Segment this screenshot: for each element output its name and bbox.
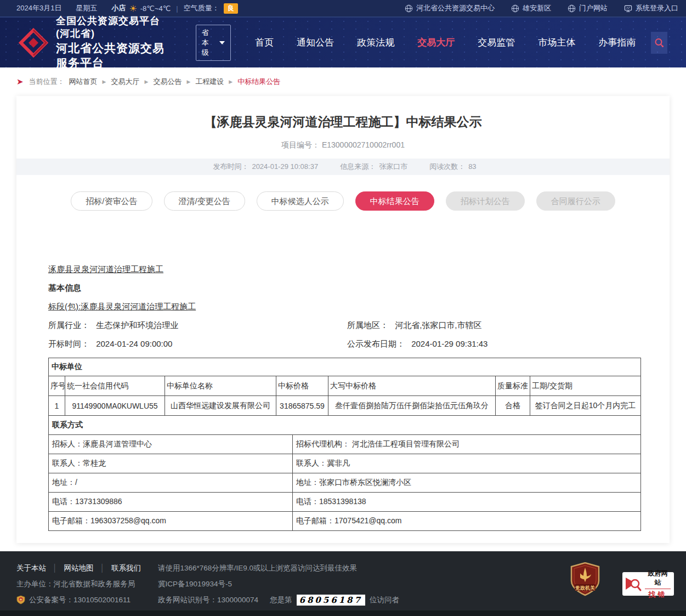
breadcrumb-item-trading-hall[interactable]: 交易大厅 bbox=[111, 77, 140, 87]
article-body: 涿鹿县灵泉河河道治理工程施工 基本信息 标段(包):涿鹿县灵泉河河道治理工程施工… bbox=[48, 264, 638, 531]
footer-links: 关于本站 │ 网站地图 │ 联系我们 bbox=[16, 563, 158, 573]
industry-region-row: 所属行业： 生态保护和环境治理业 所属地区： 河北省,张家口市,市辖区 bbox=[48, 320, 638, 330]
cell-duration: 签订合同之日起10个月内完工 bbox=[530, 396, 641, 416]
breadcrumb-separator-icon: ▶ bbox=[145, 79, 149, 84]
table-row: 联系人：常桂龙 联系人：冀非凡 bbox=[49, 454, 641, 473]
tab-candidate-publicity[interactable]: 中标候选人公示 bbox=[257, 191, 344, 211]
air-quality-badge: 良 bbox=[224, 3, 238, 14]
col-header-price-words: 大写中标价格 bbox=[328, 376, 496, 396]
region-selector-dropdown[interactable]: 省本级 bbox=[196, 25, 231, 61]
chevron-down-icon bbox=[219, 41, 225, 44]
tab-clarification-notice[interactable]: 澄清/变更公告 bbox=[164, 191, 245, 211]
article-meta-bar: 发布时间：2024-01-29 10:08:37 信息来源：张家口市 阅读次数：… bbox=[16, 159, 670, 175]
site-logo-icon bbox=[19, 28, 48, 58]
breadcrumb-separator-icon: ▶ bbox=[229, 79, 233, 84]
topbar-links: 河北省公共资源交易中心 雄安新区 门户网站 系统登录入口 bbox=[405, 3, 678, 13]
cell-price-words: 叁仟壹佰捌拾陆万伍仟捌佰柒拾伍元伍角玖分 bbox=[328, 396, 496, 416]
divider: │ bbox=[53, 564, 57, 572]
award-section-title: 中标单位 bbox=[49, 358, 641, 376]
nav-supervision[interactable]: 交易监管 bbox=[478, 36, 515, 49]
monitor-icon bbox=[624, 4, 632, 13]
breadcrumb-item-current: 中标结果公告 bbox=[237, 77, 280, 87]
cell-quality: 合格 bbox=[496, 396, 530, 416]
link-trade-center[interactable]: 河北省公共资源交易中心 bbox=[405, 3, 495, 13]
tab-bid-review-notice[interactable]: 招标/资审公告 bbox=[71, 191, 152, 211]
cell-contact-right: 联系人：冀非凡 bbox=[293, 454, 641, 473]
breadcrumb-separator-icon: ▶ bbox=[186, 79, 190, 84]
nav-policies[interactable]: 政策法规 bbox=[357, 36, 394, 49]
icp-number: 冀ICP备19019934号-5 bbox=[158, 579, 232, 589]
article-card: 【涿鹿县灵泉河河道治理工程施工】中标结果公示 项目编号： E1300000271… bbox=[16, 96, 670, 543]
col-header-quality: 质量标准 bbox=[496, 376, 530, 396]
link-xiongan[interactable]: 雄安新区 bbox=[511, 3, 551, 13]
cell-seq: 1 bbox=[49, 396, 65, 416]
cell-credit-code: 91149900MA0KUWLU55 bbox=[65, 396, 165, 416]
search-icon bbox=[654, 37, 665, 48]
tab-contract-performance: 合同履行公示 bbox=[536, 191, 615, 211]
cell-winner-name: 山西华恒远建设发展有限公司 bbox=[165, 396, 276, 416]
city-name: 小店 bbox=[111, 3, 126, 13]
nav-notices[interactable]: 通知公告 bbox=[297, 36, 334, 49]
browser-notice: 请使用1366*768分辨率/IE9.0或以上浏览器访问达到最佳效果 bbox=[158, 563, 357, 573]
cell-phone-left: 电话：13731309886 bbox=[49, 493, 293, 512]
footer-link-contact[interactable]: 联系我们 bbox=[111, 563, 141, 573]
tab-award-result-notice[interactable]: 中标结果公告 bbox=[355, 191, 434, 211]
main-navigation: 首页 通知公告 政策法规 交易大厅 交易监管 市场主体 办事指南 bbox=[255, 36, 636, 49]
breadcrumb-item-engineering[interactable]: 工程建设 bbox=[195, 77, 224, 87]
link-system-login[interactable]: 系统登录入口 bbox=[624, 3, 678, 13]
nav-market-entities[interactable]: 市场主体 bbox=[538, 36, 575, 49]
breadcrumb: ➤ 当前位置： 网站首页 ▶ 交易大厅 ▶ 交易公告 ▶ 工程建设 ▶ 中标结果… bbox=[0, 67, 686, 96]
nav-trading-hall[interactable]: 交易大厅 bbox=[417, 36, 455, 49]
cell-price: 31865875.59 bbox=[276, 396, 328, 416]
current-date: 2024年3月1日 bbox=[16, 3, 61, 13]
industry-field: 所属行业： 生态保护和环境治理业 bbox=[48, 320, 347, 330]
air-quality-label: 空气质量： bbox=[184, 3, 219, 13]
footer-link-sitemap[interactable]: 网站地图 bbox=[64, 563, 93, 573]
page-title: 【涿鹿县灵泉河河道治理工程施工】中标结果公示 bbox=[16, 96, 670, 131]
project-name-link[interactable]: 涿鹿县灵泉河河道治理工程施工 bbox=[48, 264, 163, 274]
lot-name-link[interactable]: 标段(包):涿鹿县灵泉河河道治理工程施工 bbox=[48, 302, 196, 311]
site-header: 全国公共资源交易平台(河北省) 河北省公共资源交易服务平台 省本级 首页 通知公… bbox=[0, 18, 686, 67]
gov-site-id: 政务网站识别号：1300000074 bbox=[158, 595, 270, 605]
nav-home[interactable]: 首页 bbox=[255, 36, 274, 49]
police-record: 公安备案号：13010502001611 bbox=[16, 595, 158, 605]
link-portal[interactable]: 门户网站 bbox=[568, 3, 608, 13]
search-button[interactable] bbox=[651, 32, 667, 54]
cell-tenderer: 招标人：涿鹿县河道管理中心 bbox=[49, 435, 293, 454]
party-government-badge[interactable]: 党政机关 bbox=[570, 562, 600, 596]
col-header-credit-code: 统一社会信用代码 bbox=[65, 376, 165, 396]
divider: | bbox=[176, 4, 178, 13]
visitor-count-value: 68056187 bbox=[297, 595, 366, 606]
footer-bottom-strip bbox=[0, 611, 686, 616]
breadcrumb-item-trade-notices[interactable]: 交易公告 bbox=[153, 77, 182, 87]
breadcrumb-arrow-icon: ➤ bbox=[16, 77, 24, 87]
announce-date-field: 公示发布日期： 2024-01-29 09:31:43 bbox=[347, 339, 487, 348]
divider: │ bbox=[100, 564, 104, 572]
project-number-line: 项目编号： E13000002710002rr001 bbox=[16, 140, 670, 150]
table-row: 招标人：涿鹿县河道管理中心 招标代理机构： 河北浩佳工程项目管理有限公司 bbox=[49, 435, 641, 454]
nav-service-guide[interactable]: 办事指南 bbox=[598, 36, 636, 49]
bid-open-time-field: 开标时间： 2024-01-24 09:00:00 bbox=[48, 339, 347, 348]
col-header-price: 中标价格 bbox=[276, 376, 328, 396]
table-row: 地址：/ 地址：张家口市桥东区悦澜湾小区 bbox=[49, 473, 641, 493]
cell-address-left: 地址：/ bbox=[49, 473, 293, 493]
site-title-line1: 全国公共资源交易平台(河北省) bbox=[56, 15, 173, 41]
breadcrumb-item-home[interactable]: 网站首页 bbox=[69, 77, 98, 87]
tab-bid-plan-notice: 招标计划公告 bbox=[446, 191, 525, 211]
visitor-counter: 您是第 68056187 位访问者 bbox=[270, 595, 399, 606]
basic-info-heading: 基本信息 bbox=[48, 283, 638, 292]
project-number-label: 项目编号： bbox=[281, 140, 320, 149]
organizer: 主办单位：河北省数据和政务服务局 bbox=[16, 579, 158, 589]
col-header-winner-name: 中标单位名称 bbox=[165, 376, 276, 396]
col-header-seq: 序号 bbox=[49, 376, 65, 396]
cell-contact-left: 联系人：常桂龙 bbox=[49, 454, 293, 473]
cell-email-right: 电子邮箱：17075421@qq.com bbox=[293, 512, 641, 531]
cell-agency: 招标代理机构： 河北浩佳工程项目管理有限公司 bbox=[293, 435, 641, 454]
table-row: 电话：13731309886 电话：18531398138 bbox=[49, 493, 641, 512]
project-number-value: E13000002710002rr001 bbox=[322, 140, 405, 149]
dates-row: 开标时间： 2024-01-24 09:00:00 公示发布日期： 2024-0… bbox=[48, 339, 638, 348]
footer-link-about[interactable]: 关于本站 bbox=[16, 563, 46, 573]
contact-table: 联系方式 招标人：涿鹿县河道管理中心 招标代理机构： 河北浩佳工程项目管理有限公… bbox=[48, 415, 641, 531]
award-table: 中标单位 序号 统一社会信用代码 中标单位名称 中标价格 大写中标价格 质量标准… bbox=[48, 358, 641, 416]
gov-site-error-report-badge[interactable]: 政府网站 找错 bbox=[622, 572, 674, 596]
